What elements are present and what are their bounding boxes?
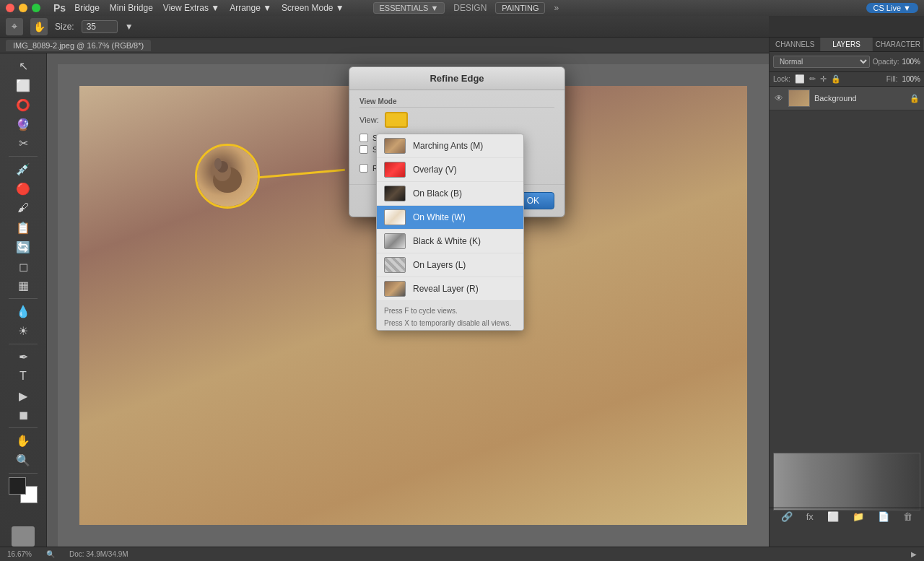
toolbar-sep-5 <box>9 473 38 474</box>
show-radius-checkbox[interactable] <box>359 134 368 142</box>
eraser-tool[interactable]: ◻ <box>13 258 33 276</box>
dialog-footer: Cancel OK <box>349 184 565 217</box>
lock-transparent-icon[interactable]: ⬜ <box>795 74 805 84</box>
move-tool[interactable]: ↖ <box>13 57 33 75</box>
file-tab-item[interactable]: IMG_8089-2.jpeg @ 16.7% (RGB/8*) <box>6 40 151 51</box>
add-mask-icon[interactable]: ⬜ <box>827 511 839 522</box>
view-preview-button[interactable] <box>385 112 408 128</box>
dialog-body: View Mode View: Show Radius (J) Show Ori… <box>349 90 565 164</box>
fill-label: Fill: <box>886 75 898 83</box>
dialog-title: Refine Edge <box>349 67 565 90</box>
marquee-tool[interactable]: ⬜ <box>13 77 33 95</box>
view-row: View: <box>359 112 554 128</box>
menu-arrange[interactable]: Arrange ▼ <box>230 3 271 13</box>
path-select-tool[interactable]: ▶ <box>13 387 33 405</box>
lock-row: Lock: ⬜ ✏ ✛ 🔒 Fill: 100% <box>770 72 924 87</box>
size-label: Size: <box>55 22 74 32</box>
eyedropper-tool[interactable]: 💉 <box>13 160 33 178</box>
menu-screen-mode[interactable]: Screen Mode ▼ <box>282 3 344 13</box>
remember-row: Remember Settings <box>349 164 565 177</box>
size-input[interactable] <box>82 20 118 33</box>
ok-button[interactable]: OK <box>512 192 554 209</box>
menu-bridge[interactable]: Bridge <box>74 3 100 13</box>
tool-hand-icon[interactable]: ✋ <box>30 18 48 35</box>
zoom-level: 16.67% <box>7 550 32 558</box>
color-swatches[interactable] <box>9 477 38 503</box>
brush-tool[interactable]: 🖌 <box>13 199 33 217</box>
cs-live-button[interactable]: CS Live ▼ <box>866 3 918 13</box>
view-label: View: <box>359 116 379 124</box>
toolbar-sep-2 <box>9 298 38 299</box>
show-original-checkbox[interactable] <box>359 145 368 154</box>
left-toolbar: ↖ ⬜ ⭕ 🔮 ✂ 💉 🔴 🖌 📋 🔄 ◻ ▦ 💧 ☀ ✒ T ▶ ◼ ✋ 🔍 <box>0 53 47 547</box>
painting-button[interactable]: PAINTING <box>495 2 545 14</box>
status-bar: 16.67% 🔍 Doc: 34.9M/34.9M ▶ <box>0 547 924 561</box>
lock-all-icon[interactable]: 🔒 <box>831 74 841 84</box>
status-icon[interactable]: 🔍 <box>46 550 55 558</box>
svg-point-3 <box>214 158 222 170</box>
remember-checkbox[interactable] <box>359 164 368 173</box>
link-layers-icon[interactable]: 🔗 <box>781 511 793 522</box>
refine-edge-dialog[interactable]: Refine Edge View Mode View: Show Radius … <box>349 66 565 217</box>
right-panel: CHANNELS LAYERS CHARACTER Normal Opacity… <box>769 0 924 561</box>
lasso-tool[interactable]: ⭕ <box>13 96 33 114</box>
type-tool[interactable]: T <box>13 368 33 386</box>
cancel-button[interactable]: Cancel <box>454 192 505 209</box>
toolbar-sep-1 <box>9 156 38 157</box>
lock-image-icon[interactable]: ✏ <box>809 74 816 84</box>
blend-mode-select[interactable]: Normal <box>773 56 870 68</box>
dodge-tool[interactable]: ☀ <box>13 322 33 340</box>
navigate-forward-icon[interactable]: ▶ <box>911 550 917 558</box>
history-brush[interactable]: 🔄 <box>13 238 33 256</box>
tool-select-icon[interactable]: ⌖ <box>6 18 23 35</box>
close-button[interactable] <box>6 4 14 12</box>
tab-layers[interactable]: LAYERS <box>821 38 872 51</box>
menu-bar: Ps Bridge Mini Bridge View Extras ▼ Arra… <box>0 0 924 16</box>
minimize-button[interactable] <box>19 4 27 12</box>
layer-name: Background <box>814 94 905 103</box>
new-layer-icon[interactable]: 📄 <box>878 511 889 522</box>
quick-mask-icon[interactable] <box>12 526 35 547</box>
zoom-circle-content <box>197 146 258 206</box>
crop-tool[interactable]: ✂ <box>13 135 33 153</box>
traffic-lights <box>6 4 40 12</box>
menu-mini-bridge[interactable]: Mini Bridge <box>110 3 153 13</box>
blend-mode-row: Normal Opacity: 100% <box>770 52 924 72</box>
doc-size: Doc: 34.9M/34.9M <box>69 550 128 558</box>
maximize-button[interactable] <box>32 4 40 12</box>
show-original-row: Show Original (P) <box>359 145 554 154</box>
hand-tool[interactable]: ✋ <box>13 432 33 450</box>
design-button[interactable]: DESIGN <box>453 3 487 13</box>
layer-background[interactable]: 👁 Background 🔒 <box>770 87 924 110</box>
show-radius-row: Show Radius (J) <box>359 134 554 142</box>
layer-visibility-icon[interactable]: 👁 <box>774 93 784 103</box>
zoom-tool[interactable]: 🔍 <box>13 451 33 469</box>
blur-tool[interactable]: 💧 <box>13 303 33 321</box>
tab-character[interactable]: CHARACTER <box>873 38 924 51</box>
gradient-tool[interactable]: ▦ <box>13 277 33 295</box>
app-icon: Ps <box>53 2 66 14</box>
clone-tool[interactable]: 📋 <box>13 219 33 237</box>
lock-position-icon[interactable]: ✛ <box>820 74 827 84</box>
quick-select-tool[interactable]: 🔮 <box>13 116 33 134</box>
shape-tool[interactable]: ◼ <box>13 406 33 425</box>
size-dropdown[interactable]: ▼ <box>125 22 134 32</box>
toolbar-sep-4 <box>9 427 38 428</box>
layer-lock-icon: 🔒 <box>910 94 920 103</box>
lock-label: Lock: <box>773 75 790 83</box>
workspace-button[interactable]: ESSENTIALS ▼ <box>373 2 445 14</box>
remember-label: Remember Settings <box>372 164 443 173</box>
more-button[interactable]: » <box>554 3 559 13</box>
toolbar-sep-3 <box>9 344 38 344</box>
pen-tool[interactable]: ✒ <box>13 348 33 366</box>
fill-value: 100% <box>902 75 920 83</box>
opacity-label: Opacity: <box>873 58 899 66</box>
panel-bottom-icons: 🔗 fx ⬜ 📁 📄 🗑 <box>770 508 924 525</box>
tab-channels[interactable]: CHANNELS <box>770 38 821 51</box>
fx-icon[interactable]: fx <box>806 511 814 522</box>
spot-heal-tool[interactable]: 🔴 <box>13 180 33 198</box>
foreground-color[interactable] <box>9 477 26 495</box>
delete-layer-icon[interactable]: 🗑 <box>903 511 912 522</box>
menu-view-extras[interactable]: View Extras ▼ <box>163 3 219 13</box>
new-group-icon[interactable]: 📁 <box>853 511 864 522</box>
